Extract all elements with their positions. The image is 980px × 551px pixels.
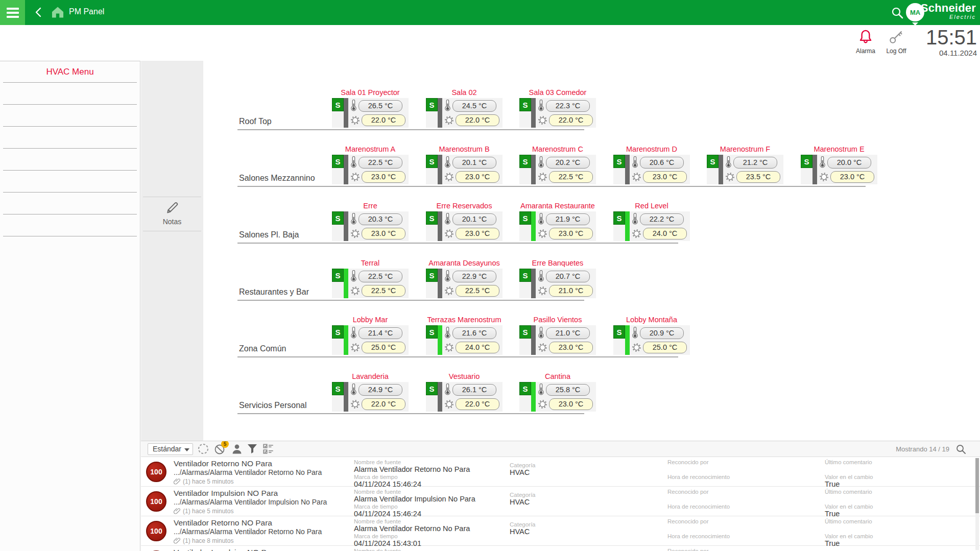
alarm-scrollbar[interactable] (975, 458, 979, 550)
setpoint-value[interactable]: 25.0 °C (643, 342, 687, 353)
schedule-badge[interactable]: S (332, 155, 344, 168)
thermometer-icon (350, 384, 357, 396)
alarm-scrollbar-thumb[interactable] (975, 458, 979, 513)
schedule-badge[interactable]: S (332, 98, 344, 111)
temperature-value[interactable]: 24.5 °C (452, 100, 496, 112)
schedule-badge[interactable]: S (426, 382, 438, 395)
schedule-badge[interactable]: S (519, 269, 531, 282)
alarm-row[interactable]: 100 Ventilador Impulsion NO Para .../Ala… (141, 487, 980, 516)
temperature-value[interactable]: 21.6 °C (452, 327, 496, 339)
schedule-badge[interactable]: S (426, 325, 438, 339)
temperature-value[interactable]: 20.9 °C (640, 327, 684, 339)
setpoint-value[interactable]: 25.0 °C (362, 342, 405, 353)
setpoint-value[interactable]: 23.5 °C (736, 171, 780, 183)
temperature-value[interactable]: 21.0 °C (546, 327, 590, 339)
home-icon[interactable] (51, 6, 64, 21)
temperature-value[interactable]: 20.1 °C (452, 213, 496, 225)
setpoint-value[interactable]: 23.0 °C (456, 228, 499, 239)
temperature-value[interactable]: 22.5 °C (358, 157, 402, 169)
setpoint-value[interactable]: 22.5 °C (456, 285, 499, 297)
filter-funnel-icon[interactable] (246, 443, 259, 456)
schedule-badge[interactable]: S (519, 155, 531, 168)
schedule-badge[interactable]: S (519, 325, 531, 339)
temperature-value[interactable]: 22.5 °C (358, 271, 402, 282)
temperature-value[interactable]: 20.1 °C (452, 157, 496, 169)
sidebar-item-6[interactable] (3, 214, 137, 236)
schedule-badge[interactable]: S (332, 269, 344, 282)
back-icon[interactable] (32, 5, 46, 19)
schedule-badge[interactable]: S (426, 98, 438, 111)
schedule-badge[interactable]: S (801, 155, 812, 168)
sidebar-item-2[interactable] (3, 127, 137, 149)
setpoint-value[interactable]: 23.0 °C (549, 342, 593, 353)
temperature-value[interactable]: 20.3 °C (358, 213, 402, 225)
temperature-value[interactable]: 22.9 °C (452, 271, 496, 282)
sidebar-item-0[interactable] (3, 83, 137, 105)
field-value-category: HVAC (510, 528, 530, 536)
setpoint-value[interactable]: 22.0 °C (362, 114, 405, 126)
setpoint-value[interactable]: 23.0 °C (456, 171, 499, 183)
alarm-search-icon[interactable] (955, 443, 967, 456)
schedule-badge[interactable]: S (613, 211, 625, 225)
temperature-value[interactable]: 24.9 °C (358, 384, 402, 396)
temperature-value[interactable]: 22.3 °C (546, 100, 590, 112)
temperature-value[interactable]: 25.8 °C (546, 384, 590, 396)
schedule-badge[interactable]: S (519, 98, 531, 111)
setpoint-value[interactable]: 22.0 °C (362, 398, 405, 410)
sidebar-item-3[interactable] (3, 149, 137, 171)
sidebar-item-5[interactable] (3, 193, 137, 214)
setpoint-value[interactable]: 22.0 °C (549, 114, 593, 126)
sidebar-item-1[interactable] (3, 105, 137, 127)
hvac-unit: S 24.5 °C 22.0 °C (426, 98, 503, 128)
schedule-badge[interactable]: S (707, 155, 719, 168)
setpoint-value[interactable]: 24.0 °C (643, 228, 687, 239)
setpoint-value[interactable]: 21.0 °C (549, 285, 593, 297)
refresh-circle-icon[interactable] (197, 443, 210, 456)
temperature-value[interactable]: 20.7 °C (546, 271, 590, 282)
schedule-badge[interactable]: S (426, 269, 438, 282)
schedule-badge[interactable]: S (519, 382, 531, 395)
schedule-badge[interactable]: S (519, 211, 531, 225)
schedule-badge[interactable]: S (332, 325, 344, 339)
column-settings-icon[interactable] (262, 443, 276, 456)
schedule-badge[interactable]: S (426, 155, 438, 168)
schedule-badge[interactable]: S (613, 325, 625, 339)
alarm-row[interactable]: 100 Ventilador Impulsion NO Para Nombre … (141, 546, 980, 551)
hamburger-menu-button[interactable] (0, 0, 25, 25)
temperature-value[interactable]: 20.2 °C (546, 157, 590, 169)
temperature-value[interactable]: 21.9 °C (546, 213, 590, 225)
schedule-badge[interactable]: S (332, 211, 344, 225)
temperature-value[interactable]: 20.6 °C (640, 157, 684, 169)
logoff-button[interactable]: Log Off (882, 29, 911, 55)
sidebar-item-4[interactable] (3, 171, 137, 193)
setpoint-value[interactable]: 22.0 °C (456, 114, 499, 126)
setpoint-value[interactable]: 23.0 °C (549, 398, 593, 410)
schedule-badge[interactable]: S (613, 155, 625, 168)
setpoint-value[interactable]: 23.0 °C (362, 228, 405, 239)
alarm-row[interactable]: 100 Ventilador Retorno NO Para .../Alarm… (141, 457, 980, 487)
notes-button[interactable]: Notas (143, 197, 201, 231)
schedule-badge[interactable]: S (332, 382, 344, 395)
setpoint-value[interactable]: 23.0 °C (643, 171, 687, 183)
user-filter-icon[interactable] (231, 443, 244, 456)
setpoint-value[interactable]: 22.5 °C (549, 171, 593, 183)
unit-status-bar (438, 325, 442, 355)
temperature-value[interactable]: 22.2 °C (640, 213, 684, 225)
setpoint-value[interactable]: 23.0 °C (830, 171, 874, 183)
alarm-button[interactable]: Alarma (851, 29, 880, 55)
view-selector-dropdown[interactable]: Estándar (148, 443, 193, 455)
setpoint-value[interactable]: 22.5 °C (362, 285, 405, 297)
temperature-value[interactable]: 21.2 °C (733, 157, 777, 169)
temperature-value[interactable]: 21.4 °C (358, 327, 402, 339)
hidden-alarms-icon[interactable]: 5 (213, 443, 227, 456)
search-icon[interactable] (890, 6, 904, 20)
alarm-row[interactable]: 100 Ventilador Retorno NO Para .../Alarm… (141, 516, 980, 546)
temperature-value[interactable]: 20.0 °C (827, 157, 871, 169)
setpoint-value[interactable]: 23.0 °C (549, 228, 593, 239)
setpoint-value[interactable]: 24.0 °C (456, 342, 499, 353)
schedule-badge[interactable]: S (426, 211, 438, 225)
temperature-value[interactable]: 26.5 °C (358, 100, 402, 112)
setpoint-value[interactable]: 23.0 °C (362, 171, 405, 183)
setpoint-value[interactable]: 22.0 °C (456, 398, 499, 410)
temperature-value[interactable]: 26.1 °C (452, 384, 496, 396)
